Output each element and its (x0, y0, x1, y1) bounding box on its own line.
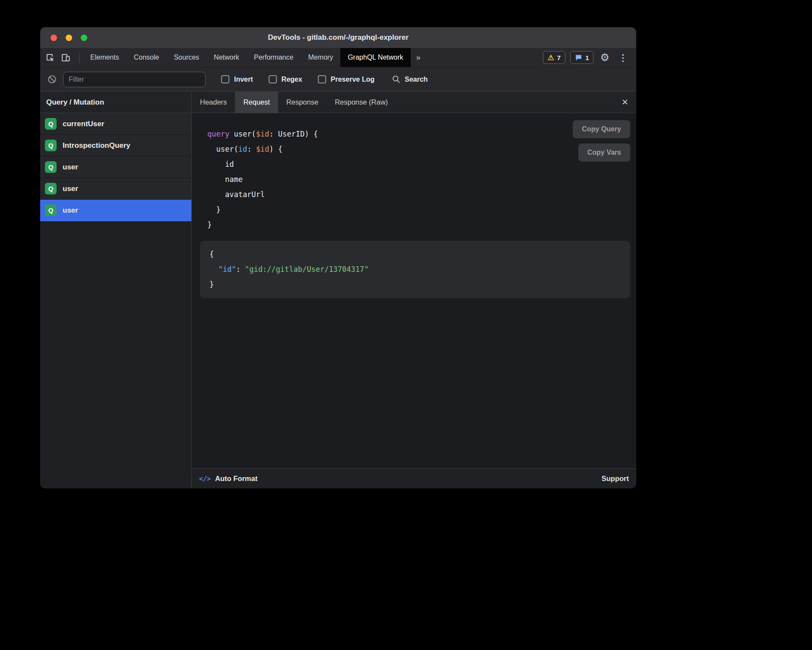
tab-headers[interactable]: Headers (192, 92, 235, 113)
tab-graphql-network[interactable]: GraphQL Network (340, 48, 410, 67)
detail-tabs: Headers Request Response Response (Raw) … (192, 92, 636, 113)
warning-icon: ⚠ (548, 54, 554, 61)
list-item-label: user (63, 163, 78, 172)
devtools-window: DevTools - gitlab.com/-/graphql-explorer… (40, 27, 636, 488)
regex-checkbox[interactable]: Regex (269, 75, 302, 83)
code-format-icon: </> (199, 475, 211, 483)
auto-format-control[interactable]: </> Auto Format (199, 475, 257, 483)
tab-memory[interactable]: Memory (301, 48, 340, 67)
preserve-log-checkbox-box (318, 75, 326, 83)
regex-checkbox-box (269, 75, 277, 83)
list-item-introspectionquery[interactable]: Q IntrospectionQuery (40, 135, 191, 156)
panel-tabs: Elements Console Sources Network Perform… (83, 48, 426, 67)
search-icon (392, 75, 401, 84)
list-item-user-1[interactable]: Q user (40, 156, 191, 178)
issue-count: 1 (585, 54, 589, 61)
issues-badge[interactable]: 1 (570, 51, 593, 64)
query-sidebar: Query / Mutation Q currentUser Q Introsp… (40, 92, 192, 488)
list-item-label: user (63, 206, 78, 215)
tab-request[interactable]: Request (235, 92, 278, 113)
titlebar: DevTools - gitlab.com/-/graphql-explorer (40, 27, 636, 48)
inspect-element-icon[interactable] (44, 52, 56, 63)
search-control[interactable]: Search (392, 75, 428, 84)
close-window-button[interactable] (51, 35, 57, 41)
filter-toolbar: Invert Regex Preserve Log Search (40, 67, 636, 91)
query-type-badge: Q (45, 161, 57, 173)
invert-checkbox-box (221, 75, 229, 83)
minimize-window-button[interactable] (66, 35, 72, 41)
tab-response[interactable]: Response (278, 92, 327, 113)
preserve-log-label: Preserve Log (331, 76, 374, 83)
settings-gear-icon[interactable]: ⚙ (598, 52, 611, 63)
warning-count: 7 (557, 54, 561, 61)
detail-footer: </> Auto Format Support (192, 468, 636, 488)
sidebar-header: Query / Mutation (40, 92, 191, 113)
close-panel-icon[interactable]: ✕ (622, 97, 628, 107)
window-title: DevTools - gitlab.com/-/graphql-explorer (40, 33, 636, 42)
message-bubble-icon (575, 54, 582, 61)
support-link[interactable]: Support (602, 475, 629, 483)
request-detail-panel: Headers Request Response Response (Raw) … (192, 92, 636, 488)
list-item-label: user (63, 185, 78, 193)
more-options-icon[interactable]: ⋮ (616, 53, 630, 62)
regex-label: Regex (282, 76, 302, 83)
devtools-tabbar: Elements Console Sources Network Perform… (40, 48, 636, 67)
list-item-label: currentUser (63, 120, 104, 128)
tabbar-right-controls: ⚠ 7 1 ⚙ ⋮ (543, 48, 636, 67)
tab-console[interactable]: Console (127, 48, 167, 67)
tab-sources[interactable]: Sources (166, 48, 206, 67)
list-item-currentuser[interactable]: Q currentUser (40, 113, 191, 135)
list-item-label: IntrospectionQuery (63, 141, 130, 150)
device-toolbar-icon[interactable] (60, 52, 71, 63)
tab-elements[interactable]: Elements (83, 48, 127, 67)
preserve-log-checkbox[interactable]: Preserve Log (318, 75, 374, 83)
main-content: Query / Mutation Q currentUser Q Introsp… (40, 91, 636, 488)
traffic-lights (40, 35, 87, 41)
query-type-badge: Q (45, 118, 57, 130)
query-variables-box: { "id": "gid://gitlab/User/13704317" } (200, 241, 630, 298)
filter-input[interactable] (63, 72, 206, 87)
copy-query-button[interactable]: Copy Query (573, 120, 630, 138)
tool-icons (44, 48, 83, 67)
zoom-window-button[interactable] (81, 35, 87, 41)
invert-checkbox[interactable]: Invert (221, 75, 253, 83)
tab-performance[interactable]: Performance (247, 48, 301, 67)
toolbar-divider (79, 52, 79, 63)
list-item-user-2[interactable]: Q user (40, 178, 191, 200)
query-type-badge: Q (45, 183, 57, 194)
list-item-user-3-selected[interactable]: Q user (40, 200, 191, 221)
tab-response-raw[interactable]: Response (Raw) (327, 92, 396, 113)
detail-tabs-spacer (396, 92, 622, 113)
search-label: Search (405, 76, 428, 83)
request-body: Copy Query Copy Vars query user($id: Use… (192, 113, 636, 468)
auto-format-label: Auto Format (215, 475, 257, 483)
query-type-badge: Q (45, 140, 57, 151)
copy-buttons: Copy Query Copy Vars (573, 120, 630, 162)
invert-label: Invert (234, 76, 253, 83)
graphql-query-code: query user($id: UserID) { user(id: $id) … (207, 127, 636, 233)
query-type-badge: Q (45, 204, 57, 216)
query-variables-code: { "id": "gid://gitlab/User/13704317" } (209, 247, 621, 292)
copy-vars-button[interactable]: Copy Vars (578, 143, 630, 162)
warnings-badge[interactable]: ⚠ 7 (543, 51, 566, 64)
more-tabs-chevron-icon[interactable]: » (411, 48, 426, 67)
clear-block-icon[interactable] (47, 74, 57, 84)
tab-network[interactable]: Network (206, 48, 247, 67)
